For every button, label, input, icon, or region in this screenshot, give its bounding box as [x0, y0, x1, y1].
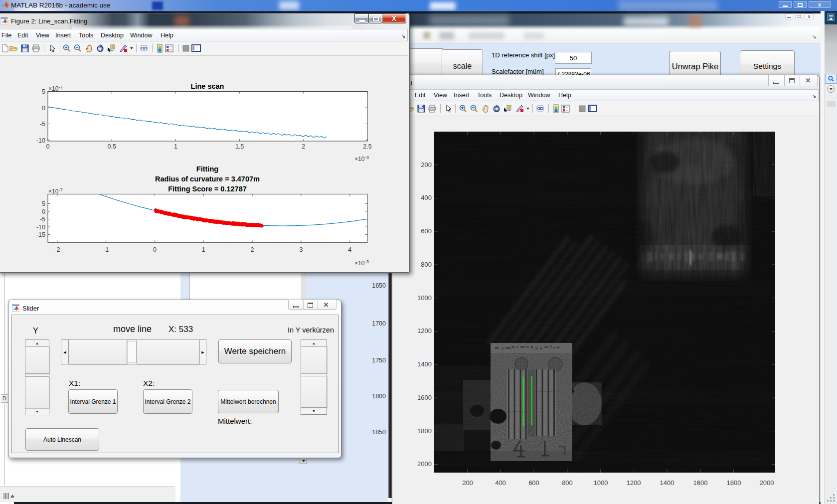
svg-text:-10: -10: [36, 224, 45, 231]
svg-text:5: 5: [42, 200, 45, 207]
svg-text:Fitting: Fitting: [196, 165, 218, 173]
svg-text:0: 0: [153, 246, 157, 253]
svg-text:-5: -5: [40, 121, 45, 128]
svg-text:Radius of curvature = 3.4707m: Radius of curvature = 3.4707m: [155, 175, 260, 183]
svg-text:×10-7: ×10-7: [48, 187, 63, 195]
svg-text:5: 5: [42, 88, 45, 95]
svg-text:0: 0: [46, 143, 50, 150]
svg-text:2: 2: [302, 143, 305, 150]
svg-text:×10-7: ×10-7: [48, 84, 63, 92]
svg-text:1: 1: [174, 143, 177, 150]
svg-text:3: 3: [299, 246, 303, 253]
svg-text:4: 4: [348, 246, 351, 253]
svg-text:Line scan: Line scan: [191, 82, 224, 90]
svg-text:1.5: 1.5: [235, 143, 244, 150]
svg-text:0: 0: [42, 208, 45, 215]
svg-text:×10-3: ×10-3: [354, 259, 369, 267]
svg-text:-5: -5: [40, 216, 45, 223]
svg-text:-10: -10: [36, 137, 45, 144]
svg-text:Fitting Score = 0.12787: Fitting Score = 0.12787: [168, 185, 247, 193]
svg-text:-2: -2: [54, 246, 60, 253]
svg-text:×10-3: ×10-3: [354, 155, 369, 163]
svg-text:-1: -1: [103, 246, 109, 253]
svg-text:0: 0: [42, 105, 45, 112]
svg-text:0.5: 0.5: [108, 143, 116, 150]
svg-text:2.5: 2.5: [363, 143, 371, 150]
svg-text:-15: -15: [36, 231, 45, 238]
svg-text:1: 1: [202, 246, 205, 253]
svg-text:2: 2: [251, 246, 254, 253]
